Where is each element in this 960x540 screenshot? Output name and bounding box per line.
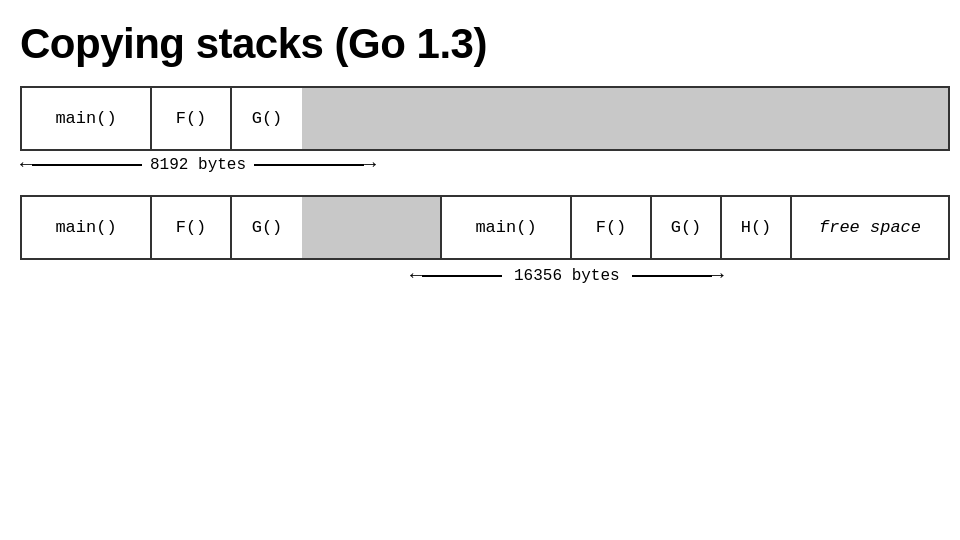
right-half: main() F() G() H() free space	[442, 197, 948, 258]
arrow-left-icon-2: ←	[410, 266, 422, 286]
stack-bar-2: main() F() G() main() F() G() H() free s…	[20, 195, 950, 260]
arrow-row-2: ← 16356 bytes →	[20, 266, 940, 286]
frame-g-2l: G()	[232, 197, 302, 258]
right-used: main() F() G() H()	[442, 197, 792, 258]
arrow-label-1: 8192 bytes	[150, 156, 246, 174]
arrow-right-icon-2: →	[712, 266, 724, 286]
free-space-1	[302, 88, 948, 149]
diagram1: main() F() G() ← 8192 bytes →	[20, 86, 940, 175]
frame-g-2r: G()	[652, 197, 722, 258]
arrow-line-left-2	[422, 275, 502, 277]
arrow-line-right-2	[632, 275, 712, 277]
arrow-label-2: 16356 bytes	[514, 267, 620, 285]
left-free-space	[302, 197, 440, 258]
stack-bar-1: main() F() G()	[20, 86, 950, 151]
arrow-right-icon-1: →	[364, 155, 376, 175]
page-container: Copying stacks (Go 1.3) main() F() G() ←…	[0, 0, 960, 306]
frame-f-2l: F()	[152, 197, 232, 258]
frame-f-2r: F()	[572, 197, 652, 258]
arrow-left-icon-1: ←	[20, 155, 32, 175]
frame-main-2r: main()	[442, 197, 572, 258]
left-half: main() F() G()	[22, 197, 442, 258]
free-italic-cell: free space	[792, 197, 948, 258]
frame-f-1: F()	[152, 88, 232, 149]
arrow-line-left-1	[32, 164, 142, 166]
frame-h-2r: H()	[722, 197, 792, 258]
used-section-1: main() F() G()	[22, 88, 302, 149]
arrow-line-right-1	[254, 164, 364, 166]
frame-main-2l: main()	[22, 197, 152, 258]
left-used: main() F() G()	[22, 197, 302, 258]
arrow-row-1: ← 8192 bytes →	[20, 155, 940, 175]
page-title: Copying stacks (Go 1.3)	[20, 20, 940, 68]
frame-main-1: main()	[22, 88, 152, 149]
free-space-label: free space	[819, 218, 921, 237]
frame-g-1: G()	[232, 88, 302, 149]
diagram2: main() F() G() main() F() G() H() free s…	[20, 195, 940, 286]
